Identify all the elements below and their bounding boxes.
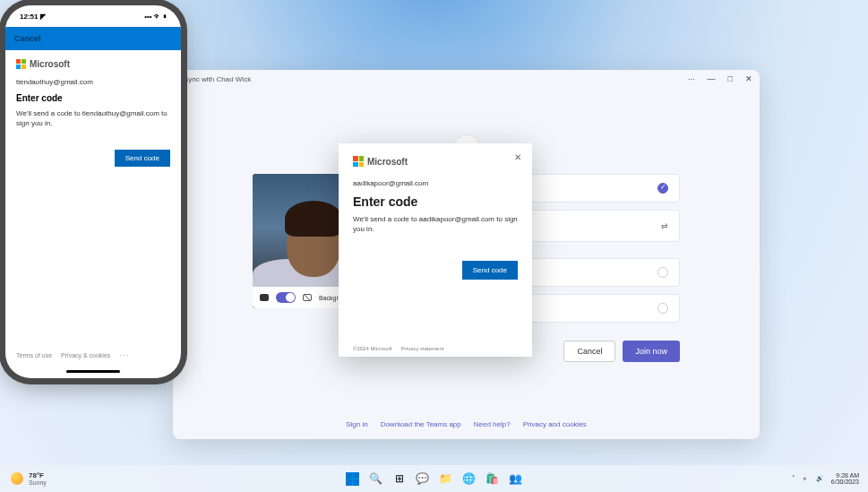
send-code-button[interactable]: Send code	[462, 261, 518, 280]
status-icons: ••• ᯤ ▮	[144, 13, 167, 21]
taskbar-tray[interactable]: ˄ ᯤ 🔊 9:28 AM 6/30/2023	[792, 472, 859, 485]
camera-icon	[260, 294, 269, 301]
iphone-body: We'll send a code to tiendaothuy@gmail.c…	[16, 108, 170, 128]
chat-icon[interactable]: 💬	[413, 469, 433, 488]
window-close-icon[interactable]: ✕	[745, 74, 752, 83]
microsoft-signin-dialog: ✕ Microsoft aadikapoor@gmail.com Enter c…	[339, 143, 532, 357]
dialog-email: aadikapoor@gmail.com	[353, 179, 518, 187]
brand-text: Microsoft	[367, 157, 408, 167]
tray-time: 9:28 AM	[831, 472, 859, 479]
edge-icon[interactable]: 🌐	[460, 469, 479, 488]
task-view-icon[interactable]: ⊞	[390, 469, 409, 488]
checkmark-icon	[657, 183, 668, 194]
taskbar-apps: 🔍 ⊞ 💬 📁 🌐 🛍️ 👥	[343, 469, 526, 488]
privacy-link[interactable]: Privacy and cookies	[523, 420, 587, 428]
sign-in-link[interactable]: Sign in	[346, 420, 367, 428]
windows-taskbar: 78°F Sunny 🔍 ⊞ 💬 📁 🌐 🛍️ 👥 ˄ ᯤ 🔊 9:28 AM …	[0, 465, 868, 492]
dialog-close-icon[interactable]: ✕	[511, 151, 525, 164]
wifi-icon[interactable]: ᯤ	[803, 476, 809, 482]
window-more-icon[interactable]: ···	[688, 74, 695, 83]
iphone-send-code-button[interactable]: Send code	[115, 150, 170, 167]
tray-date: 6/30/2023	[831, 479, 859, 485]
join-now-button[interactable]: Join now	[623, 341, 680, 362]
iphone-heading: Enter code	[16, 93, 170, 103]
iphone-mockup: 12:51 ◤ ••• ᯤ ▮ Cancel Microsoft tiendao…	[5, 5, 181, 378]
iphone-ms-logo: Microsoft	[16, 59, 170, 69]
store-icon[interactable]: 🛍️	[483, 469, 503, 488]
dialog-body: We'll send a code to aadikapoor@gmail.co…	[353, 214, 518, 234]
privacy-statement-link[interactable]: Privacy statement	[401, 346, 444, 351]
taskbar-weather-widget[interactable]: 78°F Sunny	[11, 471, 47, 486]
iphone-more-icon[interactable]: · · ·	[119, 352, 128, 358]
chevron-up-icon[interactable]: ˄	[792, 475, 795, 482]
cancel-button[interactable]: Cancel	[563, 341, 615, 362]
iphone-terms-link[interactable]: Terms of use	[16, 352, 52, 358]
footer-links: Sign in Download the Teams app Need help…	[173, 420, 760, 428]
window-minimize-icon[interactable]: —	[708, 74, 716, 83]
copyright-text: ©2024 Microsoft	[353, 346, 392, 351]
start-button[interactable]	[343, 469, 363, 488]
iphone-home-indicator[interactable]	[66, 370, 120, 373]
microsoft-logo: Microsoft	[353, 156, 518, 167]
window-maximize-icon[interactable]: □	[728, 74, 733, 83]
iphone-email: tiendaothuy@gmail.com	[16, 78, 170, 86]
effects-icon[interactable]	[303, 294, 312, 301]
iphone-privacy-link[interactable]: Privacy & cookies	[61, 352, 110, 358]
explorer-icon[interactable]: 📁	[436, 469, 456, 488]
volume-icon[interactable]: 🔊	[816, 475, 824, 482]
download-link[interactable]: Download the Teams app	[381, 420, 461, 428]
camera-toggle[interactable]	[276, 292, 296, 303]
iphone-footer: Terms of use Privacy & cookies · · ·	[16, 352, 128, 358]
help-link[interactable]: Need help?	[474, 420, 511, 428]
iphone-cancel-bar[interactable]: Cancel	[5, 27, 181, 50]
dialog-heading: Enter code	[353, 194, 518, 209]
radio-icon	[657, 303, 668, 314]
teams-taskbar-icon[interactable]: 👥	[506, 469, 526, 488]
window-titlebar: Sync with Chad Wick ··· — □ ✕	[173, 70, 760, 88]
sun-icon	[11, 472, 23, 485]
window-title: Sync with Chad Wick	[180, 75, 251, 83]
iphone-statusbar: 12:51 ◤ ••• ᯤ ▮	[5, 5, 181, 27]
swap-icon[interactable]: ⇄	[661, 221, 668, 230]
radio-icon	[657, 267, 668, 278]
iphone-time: 12:51 ◤	[20, 13, 46, 21]
search-icon[interactable]: 🔍	[366, 469, 386, 488]
